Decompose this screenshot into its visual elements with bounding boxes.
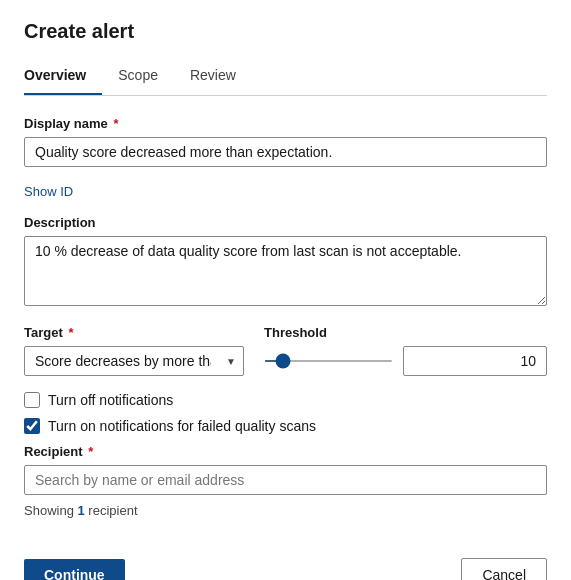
- turn-on-failed-scans-row[interactable]: Turn on notifications for failed quality…: [24, 418, 547, 434]
- show-id-link[interactable]: Show ID: [24, 184, 73, 199]
- target-required: *: [65, 325, 74, 340]
- description-input[interactable]: [24, 236, 547, 306]
- cancel-button[interactable]: Cancel: [461, 558, 547, 580]
- slider-container: [264, 360, 393, 362]
- turn-on-failed-scans-checkbox[interactable]: [24, 418, 40, 434]
- continue-button[interactable]: Continue: [24, 559, 125, 580]
- recipient-group: Recipient * Showing 1 recipient: [24, 444, 547, 518]
- display-name-group: Display name *: [24, 116, 547, 167]
- turn-on-failed-scans-label: Turn on notifications for failed quality…: [48, 418, 316, 434]
- showing-suffix: recipient: [88, 503, 137, 518]
- footer: Continue Cancel: [24, 542, 547, 580]
- required-marker: *: [110, 116, 119, 131]
- showing-prefix: Showing: [24, 503, 74, 518]
- threshold-value-input[interactable]: [403, 346, 547, 376]
- target-select-wrapper: Score decreases by more than Score incre…: [24, 346, 244, 376]
- recipient-search-input[interactable]: [24, 465, 547, 495]
- display-name-input[interactable]: [24, 137, 547, 167]
- tab-review[interactable]: Review: [190, 59, 252, 95]
- turn-off-notifications-checkbox[interactable]: [24, 392, 40, 408]
- recipient-label: Recipient *: [24, 444, 547, 459]
- tab-scope[interactable]: Scope: [118, 59, 174, 95]
- description-label: Description: [24, 215, 547, 230]
- page-title: Create alert: [24, 20, 547, 43]
- description-group: Description: [24, 215, 547, 309]
- threshold-label: Threshold: [264, 325, 547, 340]
- tab-overview[interactable]: Overview: [24, 59, 102, 95]
- display-name-label: Display name *: [24, 116, 547, 131]
- threshold-slider[interactable]: [264, 360, 393, 362]
- threshold-section: Threshold: [264, 325, 547, 376]
- turn-off-notifications-label: Turn off notifications: [48, 392, 173, 408]
- target-threshold-row: Target * Score decreases by more than Sc…: [24, 325, 547, 376]
- threshold-controls: [264, 346, 547, 376]
- target-label: Target *: [24, 325, 244, 340]
- target-section: Target * Score decreases by more than Sc…: [24, 325, 244, 376]
- turn-off-notifications-row[interactable]: Turn off notifications: [24, 392, 547, 408]
- tab-bar: Overview Scope Review: [24, 59, 547, 96]
- recipient-required: *: [85, 444, 94, 459]
- target-select[interactable]: Score decreases by more than Score incre…: [24, 346, 244, 376]
- recipient-count: 1: [78, 503, 85, 518]
- showing-recipient-text: Showing 1 recipient: [24, 503, 547, 518]
